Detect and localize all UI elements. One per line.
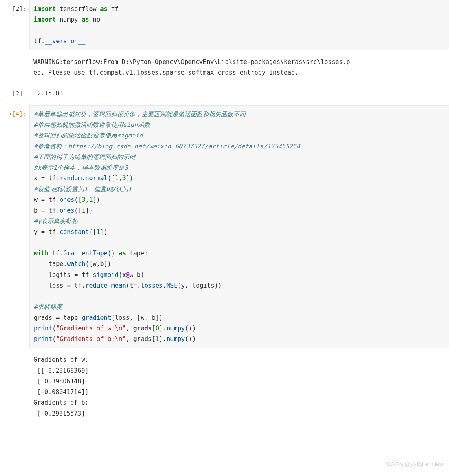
code-block: import tensorflow as tf import numpy as … — [34, 4, 445, 46]
code-output-area: '2.15.0' — [29, 85, 449, 102]
out-prompt — [0, 351, 29, 422]
code-output-area: Gradients of w: [[ 0.23168369] [ 0.39806… — [29, 351, 449, 422]
code-block: WARNING:tensorflow:From D:\Pyton-Opencv\… — [33, 57, 445, 78]
notebook-cell: Gradients of w: [[ 0.23168369] [ 0.39806… — [0, 351, 449, 422]
code-input-area[interactable]: import tensorflow as tf import numpy as … — [29, 0, 449, 50]
code-output-area: WARNING:tensorflow:From D:\Pyton-Opencv\… — [29, 53, 449, 82]
notebook-cell: WARNING:tensorflow:From D:\Pyton-Opencv\… — [0, 53, 449, 82]
notebook-root: [2]:import tensorflow as tf import numpy… — [0, 0, 449, 422]
out-prompt: [2]: — [0, 85, 29, 102]
notebook-cell: [2]:'2.15.0' — [0, 85, 449, 102]
code-block: #单层单输出感知机，逻辑回归很类似，主要区别就是激活函数和损失函数不同 #单层感… — [34, 109, 445, 345]
code-block: '2.15.0' — [33, 88, 445, 99]
in-prompt: [2]: — [0, 0, 29, 50]
code-block: Gradients of w: [[ 0.23168369] [ 0.39806… — [33, 354, 445, 419]
out-prompt — [0, 53, 29, 82]
notebook-cell: [2]:import tensorflow as tf import numpy… — [0, 0, 449, 50]
in-prompt: •[4]: — [0, 105, 29, 348]
code-input-area[interactable]: #单层单输出感知机，逻辑回归很类似，主要区别就是激活函数和损失函数不同 #单层感… — [29, 105, 449, 348]
notebook-cell: •[4]:#单层单输出感知机，逻辑回归很类似，主要区别就是激活函数和损失函数不同… — [0, 105, 449, 348]
